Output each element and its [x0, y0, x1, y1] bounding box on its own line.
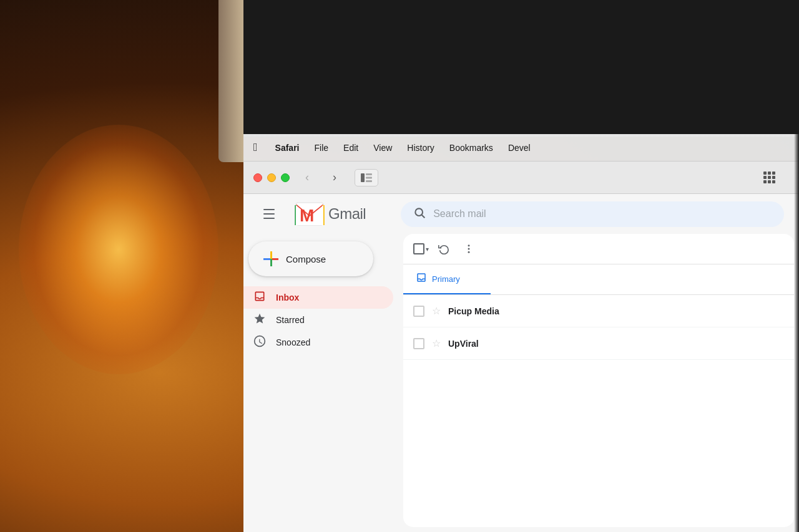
select-dropdown-chevron[interactable]: ▾ [426, 246, 429, 253]
gmail-menu-button[interactable] [258, 201, 283, 226]
gmail-tabs: Primary [403, 264, 794, 295]
safari-menu[interactable]: Safari [275, 143, 300, 153]
screen-bezel [243, 0, 799, 137]
search-placeholder-text: Search mail [433, 208, 486, 220]
gmail-wordmark: Gmail [328, 205, 366, 223]
hamburger-line-3 [263, 218, 275, 219]
svg-point-10 [468, 251, 470, 253]
svg-rect-0 [361, 173, 365, 182]
gmail-app: M Gmail Search mail [243, 194, 799, 532]
minimize-window-button[interactable] [267, 173, 276, 182]
macos-menubar:  Safari File Edit View History Bookmark… [243, 134, 799, 162]
gmail-main-panel: ▾ [403, 234, 794, 527]
email-row[interactable]: ☆ UpViral [403, 327, 794, 360]
email-star-1[interactable]: ☆ [432, 305, 441, 317]
sidebar-toggle-button[interactable] [355, 169, 378, 186]
view-menu[interactable]: View [373, 143, 392, 153]
gmail-body: Compose Inbox [243, 234, 799, 532]
snoozed-label: Snoozed [276, 337, 310, 347]
compose-plus-icon [263, 251, 278, 266]
traffic-lights [253, 173, 290, 182]
gmail-search-bar[interactable]: Search mail [401, 201, 784, 227]
compose-label: Compose [286, 254, 326, 264]
grid-menu-button[interactable] [759, 169, 779, 186]
gmail-header: M Gmail Search mail [243, 194, 799, 234]
starred-label: Starred [276, 315, 305, 325]
develop-menu[interactable]: Devel [508, 143, 531, 153]
svg-text:M: M [300, 206, 314, 225]
email-list: ☆ Picup Media ☆ UpViral [403, 295, 794, 527]
grid-dots-icon [763, 172, 775, 183]
svg-point-8 [468, 244, 470, 246]
svg-point-6 [416, 208, 423, 216]
gmail-sidebar: Compose Inbox [243, 234, 403, 532]
maximize-window-button[interactable] [281, 173, 290, 182]
sidebar-item-starred[interactable]: Starred [243, 309, 393, 331]
hamburger-line-1 [263, 209, 275, 210]
snoozed-icon [253, 335, 266, 351]
forward-button[interactable]: › [325, 169, 345, 186]
email-star-2[interactable]: ☆ [432, 337, 441, 349]
browser-chrome: ‹ › [243, 162, 799, 194]
history-menu[interactable]: History [407, 143, 434, 153]
tab-primary[interactable]: Primary [403, 264, 491, 294]
tab-primary-label: Primary [432, 274, 460, 284]
close-window-button[interactable] [253, 173, 262, 182]
file-menu[interactable]: File [315, 143, 329, 153]
light-bokeh-effect [19, 125, 218, 374]
email-row-checkbox-2[interactable] [413, 338, 424, 349]
email-sender-2: UpViral [448, 339, 548, 349]
sidebar-item-inbox[interactable]: Inbox [243, 286, 393, 309]
gmail-m-icon: M [293, 198, 326, 230]
gmail-toolbar: ▾ [403, 234, 794, 264]
email-row-checkbox-1[interactable] [413, 306, 424, 317]
browser-content: M Gmail Search mail [243, 194, 799, 532]
svg-rect-1 [366, 173, 372, 175]
bookmarks-menu[interactable]: Bookmarks [449, 143, 493, 153]
select-all-checkbox-wrap: ▾ [413, 243, 429, 254]
screen-right-cut [794, 134, 799, 532]
select-all-checkbox[interactable] [413, 243, 424, 254]
compose-plus-vertical [270, 251, 272, 266]
svg-rect-2 [366, 177, 372, 178]
primary-tab-icon [416, 272, 427, 286]
starred-icon [253, 312, 266, 328]
gmail-logo: M Gmail [293, 198, 366, 230]
more-options-button[interactable] [459, 239, 479, 259]
refresh-button[interactable] [434, 239, 454, 259]
back-button[interactable]: ‹ [297, 169, 317, 186]
laptop-frame-edge [218, 0, 243, 162]
svg-line-7 [422, 215, 425, 218]
email-row[interactable]: ☆ Picup Media [403, 295, 794, 327]
apple-menu[interactable]:  [253, 141, 258, 154]
inbox-icon [253, 290, 266, 306]
sidebar-toggle-icon [361, 173, 372, 182]
sidebar-item-snoozed[interactable]: Snoozed [243, 331, 393, 354]
hamburger-line-2 [263, 213, 275, 215]
search-icon [413, 206, 426, 222]
svg-point-9 [468, 248, 470, 250]
compose-button[interactable]: Compose [248, 241, 373, 276]
inbox-label: Inbox [276, 293, 299, 302]
email-sender-1: Picup Media [448, 306, 548, 316]
svg-rect-3 [366, 180, 372, 182]
edit-menu[interactable]: Edit [343, 143, 358, 153]
